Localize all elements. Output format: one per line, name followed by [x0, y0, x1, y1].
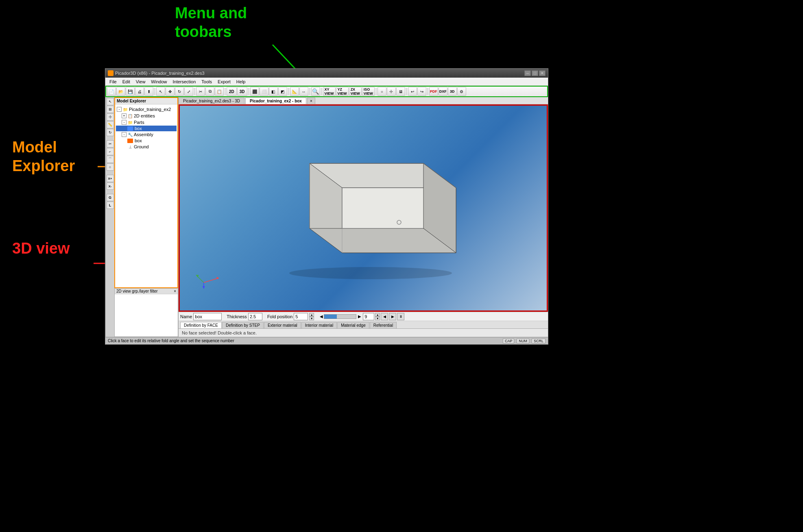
2d-panel-close[interactable]: ×: [174, 289, 176, 293]
hole-tool[interactable]: ○: [107, 163, 114, 171]
yz-view-button[interactable]: YZVIEW: [336, 87, 349, 96]
fold-spin-down[interactable]: ▼: [309, 317, 314, 320]
pointer-tool[interactable]: ↖: [107, 98, 114, 105]
tab-referential[interactable]: Referential: [370, 322, 397, 328]
root-expand[interactable]: -: [117, 107, 122, 112]
zoom-icon[interactable]: 🔍: [311, 87, 320, 96]
zx-view-button[interactable]: ZXVIEW: [349, 87, 362, 96]
tab-exterior-material[interactable]: Exterior material: [264, 322, 301, 328]
step-spin-down[interactable]: ▼: [375, 317, 380, 320]
open-button[interactable]: 📂: [116, 87, 125, 96]
wire-button[interactable]: ⬜: [260, 87, 268, 96]
box-view-button[interactable]: ⬛: [250, 87, 259, 96]
tab-material-edge[interactable]: Material edge: [337, 322, 369, 328]
render-button[interactable]: ◩: [278, 87, 287, 96]
step-input[interactable]: [363, 313, 374, 320]
tree-parts[interactable]: - 📁 Parts: [116, 119, 177, 126]
tab-interior-material[interactable]: Interior material: [301, 322, 337, 328]
print-button[interactable]: 🖨: [135, 87, 144, 96]
zoom-tool[interactable]: ⊞: [107, 106, 114, 113]
minimize-button[interactable]: ─: [524, 70, 531, 76]
3d-export-button[interactable]: 3D: [448, 87, 457, 96]
close-button[interactable]: ✕: [539, 70, 546, 76]
xy-view-button[interactable]: XYVIEW: [323, 87, 336, 96]
3d-view[interactable]: [179, 104, 548, 312]
maximize-button[interactable]: □: [532, 70, 538, 76]
redo-button[interactable]: ↪: [417, 87, 426, 96]
tree-assembly-box[interactable]: box: [116, 138, 177, 143]
tree-assembly[interactable]: - 🔧 Assembly: [116, 131, 177, 138]
tree-ground[interactable]: ⊥ Ground: [116, 143, 177, 150]
menu-window[interactable]: Window: [148, 78, 169, 85]
annotation-menu-toolbars: Menu and toobars: [175, 4, 247, 41]
step-spin[interactable]: ▲ ▼: [375, 313, 380, 320]
shade-button[interactable]: ◧: [269, 87, 278, 96]
tree-2d-entities[interactable]: + 📋 2D entities: [116, 113, 177, 119]
new-button[interactable]: 📄: [107, 87, 116, 96]
measure-button[interactable]: 📐: [290, 87, 299, 96]
x-minus-btn[interactable]: X-: [107, 182, 114, 190]
x-plus-btn[interactable]: X+: [107, 175, 114, 182]
assembly-expand[interactable]: -: [122, 132, 127, 137]
orbit-button[interactable]: ○: [377, 87, 386, 96]
iso-view-button[interactable]: ISOVIEW: [362, 87, 375, 96]
parts-expand[interactable]: -: [122, 120, 127, 125]
cut-button[interactable]: ✂: [196, 87, 205, 96]
export-button[interactable]: ⬆: [144, 87, 153, 96]
copy-button[interactable]: ⧉: [205, 87, 214, 96]
thickness-input[interactable]: [248, 313, 262, 320]
pan-tool[interactable]: ☩: [107, 113, 114, 121]
title-bar-left: Picador3D (x86) - Picador_training_ex2.d…: [108, 70, 205, 76]
fold-input[interactable]: [294, 313, 308, 320]
fold-spin[interactable]: ▲ ▼: [309, 313, 314, 320]
menu-view[interactable]: View: [133, 78, 148, 85]
settings-button[interactable]: ⚙: [457, 87, 466, 96]
bend-tool[interactable]: ⌒: [107, 156, 114, 163]
move-button[interactable]: ✥: [166, 87, 175, 96]
pause-btn[interactable]: ⏸: [397, 313, 404, 320]
play-btn[interactable]: ▶: [389, 313, 396, 320]
menu-file[interactable]: File: [107, 78, 119, 85]
svg-marker-21: [203, 286, 205, 289]
playback-progress[interactable]: [324, 314, 356, 319]
dxf-button[interactable]: DXF: [439, 87, 447, 96]
l-btn[interactable]: L: [107, 202, 114, 209]
tree-parts-label: Parts: [134, 120, 144, 125]
2d-button[interactable]: 2D: [227, 87, 237, 96]
tree-box-part[interactable]: box: [116, 126, 177, 131]
step-spin-up[interactable]: ▲: [375, 313, 380, 317]
cut-tool[interactable]: ✂: [107, 140, 114, 148]
title-bar-controls[interactable]: ─ □ ✕: [524, 70, 546, 76]
thickness-field: Thickness: [227, 313, 262, 320]
name-input[interactable]: [193, 313, 222, 320]
2d-expand[interactable]: +: [122, 113, 127, 118]
monitor-button[interactable]: 🖥: [396, 87, 405, 96]
pdf-button[interactable]: PDF: [429, 87, 438, 96]
menu-help[interactable]: Help: [234, 78, 248, 85]
menu-export[interactable]: Export: [215, 78, 233, 85]
tab-box[interactable]: Picador_training_ex2 - box: [245, 98, 306, 104]
scale-button[interactable]: ⤢: [184, 87, 193, 96]
rotate-button[interactable]: ↻: [175, 87, 184, 96]
menu-tools[interactable]: Tools: [199, 78, 214, 85]
g-btn[interactable]: G: [107, 194, 114, 201]
dim-button[interactable]: ↔: [299, 87, 308, 96]
select-button[interactable]: ↖: [156, 87, 165, 96]
tab-definition-face[interactable]: Definition by FACE: [180, 322, 222, 328]
fold-tool[interactable]: ⌐: [107, 148, 114, 155]
menu-intersection[interactable]: Intersection: [170, 78, 198, 85]
fold-spin-up[interactable]: ▲: [309, 313, 314, 317]
paste-button[interactable]: 📋: [215, 87, 224, 96]
save-button[interactable]: 💾: [126, 87, 135, 96]
3d-button[interactable]: 3D: [237, 87, 247, 96]
tab-definition-step[interactable]: Definition by STEP: [222, 322, 264, 328]
tab-close-active[interactable]: ×: [307, 98, 315, 104]
rotate-tool[interactable]: ↻: [107, 129, 114, 136]
measure-tool[interactable]: 📏: [107, 121, 114, 128]
pan-button[interactable]: ☩: [387, 87, 396, 96]
tree-root[interactable]: - 📁 Picador_training_ex2: [116, 106, 177, 113]
menu-edit[interactable]: Edit: [120, 78, 133, 85]
prev-btn[interactable]: ◀: [381, 313, 388, 320]
undo-button[interactable]: ↩: [408, 87, 417, 96]
tab-3d-main[interactable]: Picador_training_ex2.des3 - 3D: [179, 98, 244, 104]
